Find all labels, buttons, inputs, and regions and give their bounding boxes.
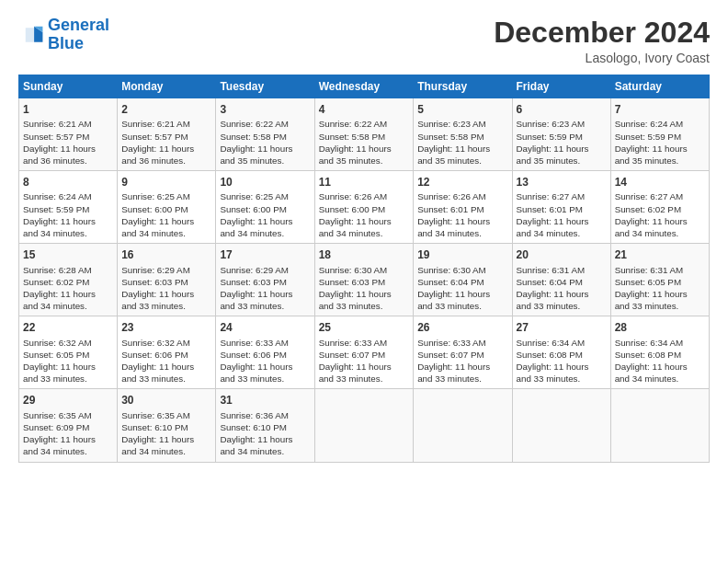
day-info: Sunrise: 6:21 AM Sunset: 5:57 PM Dayligh… [121, 118, 211, 167]
month-title: December 2024 [494, 17, 710, 49]
day-info: Sunrise: 6:23 AM Sunset: 5:58 PM Dayligh… [417, 118, 507, 167]
day-number: 16 [121, 247, 211, 262]
col-monday: Monday [118, 75, 216, 98]
day-number: 13 [517, 175, 607, 190]
day-number: 24 [220, 320, 310, 335]
location-subtitle: Lasologo, Ivory Coast [494, 51, 710, 65]
day-number: 4 [319, 102, 410, 117]
table-row [314, 389, 414, 462]
day-info: Sunrise: 6:26 AM Sunset: 6:01 PM Dayligh… [417, 190, 507, 239]
day-info: Sunrise: 6:29 AM Sunset: 6:03 PM Dayligh… [220, 264, 310, 313]
table-row: 16Sunrise: 6:29 AM Sunset: 6:03 PM Dayli… [118, 244, 216, 316]
col-tuesday: Tuesday [216, 75, 314, 98]
col-sunday: Sunday [19, 75, 118, 98]
day-info: Sunrise: 6:27 AM Sunset: 6:01 PM Dayligh… [517, 190, 607, 239]
header: General Blue December 2024 Lasologo, Ivo… [18, 17, 710, 65]
calendar-week-row: 29Sunrise: 6:35 AM Sunset: 6:09 PM Dayli… [19, 389, 710, 462]
table-row: 29Sunrise: 6:35 AM Sunset: 6:09 PM Dayli… [19, 389, 118, 462]
day-info: Sunrise: 6:31 AM Sunset: 6:05 PM Dayligh… [615, 264, 705, 313]
day-info: Sunrise: 6:22 AM Sunset: 5:58 PM Dayligh… [220, 118, 310, 167]
table-row: 15Sunrise: 6:28 AM Sunset: 6:02 PM Dayli… [19, 244, 118, 316]
col-thursday: Thursday [414, 75, 512, 98]
table-row: 4Sunrise: 6:22 AM Sunset: 5:58 PM Daylig… [314, 98, 414, 171]
table-row: 21Sunrise: 6:31 AM Sunset: 6:05 PM Dayli… [610, 244, 709, 316]
day-number: 30 [121, 393, 211, 408]
day-info: Sunrise: 6:26 AM Sunset: 6:00 PM Dayligh… [319, 190, 410, 239]
day-number: 29 [23, 393, 113, 408]
day-number: 20 [517, 247, 607, 262]
table-row: 7Sunrise: 6:24 AM Sunset: 5:59 PM Daylig… [610, 98, 709, 171]
day-info: Sunrise: 6:33 AM Sunset: 6:07 PM Dayligh… [319, 337, 410, 385]
day-info: Sunrise: 6:33 AM Sunset: 6:06 PM Dayligh… [220, 337, 310, 385]
day-info: Sunrise: 6:32 AM Sunset: 6:06 PM Dayligh… [121, 337, 211, 385]
table-row: 24Sunrise: 6:33 AM Sunset: 6:06 PM Dayli… [216, 316, 314, 389]
col-friday: Friday [512, 75, 610, 98]
day-number: 7 [615, 102, 705, 117]
table-row: 22Sunrise: 6:32 AM Sunset: 6:05 PM Dayli… [19, 316, 118, 389]
calendar-week-row: 15Sunrise: 6:28 AM Sunset: 6:02 PM Dayli… [19, 244, 710, 316]
table-row: 2Sunrise: 6:21 AM Sunset: 5:57 PM Daylig… [118, 98, 216, 171]
table-row: 13Sunrise: 6:27 AM Sunset: 6:01 PM Dayli… [512, 171, 610, 244]
table-row: 19Sunrise: 6:30 AM Sunset: 6:04 PM Dayli… [414, 244, 512, 316]
table-row: 3Sunrise: 6:22 AM Sunset: 5:58 PM Daylig… [216, 98, 314, 171]
day-number: 14 [615, 175, 705, 190]
day-number: 19 [417, 247, 507, 262]
day-number: 25 [319, 320, 410, 335]
day-info: Sunrise: 6:34 AM Sunset: 6:08 PM Dayligh… [517, 337, 607, 385]
col-wednesday: Wednesday [314, 75, 414, 98]
day-info: Sunrise: 6:25 AM Sunset: 6:00 PM Dayligh… [121, 190, 211, 239]
table-row: 30Sunrise: 6:35 AM Sunset: 6:10 PM Dayli… [118, 389, 216, 462]
day-info: Sunrise: 6:28 AM Sunset: 6:02 PM Dayligh… [23, 264, 113, 313]
day-info: Sunrise: 6:23 AM Sunset: 5:59 PM Dayligh… [517, 118, 607, 167]
day-info: Sunrise: 6:34 AM Sunset: 6:08 PM Dayligh… [615, 337, 705, 385]
day-info: Sunrise: 6:29 AM Sunset: 6:03 PM Dayligh… [121, 264, 211, 313]
day-number: 3 [220, 102, 310, 117]
table-row: 18Sunrise: 6:30 AM Sunset: 6:03 PM Dayli… [314, 244, 414, 316]
day-number: 23 [121, 320, 211, 335]
calendar-week-row: 22Sunrise: 6:32 AM Sunset: 6:05 PM Dayli… [19, 316, 710, 389]
day-info: Sunrise: 6:22 AM Sunset: 5:58 PM Dayligh… [319, 118, 410, 167]
table-row: 11Sunrise: 6:26 AM Sunset: 6:00 PM Dayli… [314, 171, 414, 244]
logo: General Blue [18, 17, 109, 53]
calendar-week-row: 1Sunrise: 6:21 AM Sunset: 5:57 PM Daylig… [19, 98, 710, 171]
day-number: 26 [417, 320, 507, 335]
table-row: 5Sunrise: 6:23 AM Sunset: 5:58 PM Daylig… [414, 98, 512, 171]
page: General Blue December 2024 Lasologo, Ivo… [0, 0, 728, 472]
day-info: Sunrise: 6:33 AM Sunset: 6:07 PM Dayligh… [417, 337, 507, 385]
day-info: Sunrise: 6:30 AM Sunset: 6:03 PM Dayligh… [319, 264, 410, 313]
day-number: 8 [23, 175, 113, 190]
table-row [610, 389, 709, 462]
svg-marker-3 [26, 28, 34, 42]
day-number: 15 [23, 247, 113, 262]
col-saturday: Saturday [610, 75, 709, 98]
table-row: 1Sunrise: 6:21 AM Sunset: 5:57 PM Daylig… [19, 98, 118, 171]
day-number: 22 [23, 320, 113, 335]
day-info: Sunrise: 6:36 AM Sunset: 6:10 PM Dayligh… [220, 409, 310, 458]
table-row: 20Sunrise: 6:31 AM Sunset: 6:04 PM Dayli… [512, 244, 610, 316]
day-number: 18 [319, 247, 410, 262]
logo-general: General [48, 16, 109, 34]
logo-text: General Blue [48, 17, 109, 53]
day-number: 12 [417, 175, 507, 190]
day-number: 6 [517, 102, 607, 117]
table-row [512, 389, 610, 462]
day-number: 11 [319, 175, 410, 190]
table-row: 6Sunrise: 6:23 AM Sunset: 5:59 PM Daylig… [512, 98, 610, 171]
day-number: 5 [417, 102, 507, 117]
day-info: Sunrise: 6:25 AM Sunset: 6:00 PM Dayligh… [220, 190, 310, 239]
calendar-table: Sunday Monday Tuesday Wednesday Thursday… [18, 75, 710, 462]
table-row: 27Sunrise: 6:34 AM Sunset: 6:08 PM Dayli… [512, 316, 610, 389]
table-row: 10Sunrise: 6:25 AM Sunset: 6:00 PM Dayli… [216, 171, 314, 244]
day-number: 9 [121, 175, 211, 190]
table-row: 14Sunrise: 6:27 AM Sunset: 6:02 PM Dayli… [610, 171, 709, 244]
table-row: 25Sunrise: 6:33 AM Sunset: 6:07 PM Dayli… [314, 316, 414, 389]
calendar-header-row: Sunday Monday Tuesday Wednesday Thursday… [19, 75, 710, 98]
table-row: 9Sunrise: 6:25 AM Sunset: 6:00 PM Daylig… [118, 171, 216, 244]
table-row: 28Sunrise: 6:34 AM Sunset: 6:08 PM Dayli… [610, 316, 709, 389]
logo-blue: Blue [48, 34, 84, 52]
day-number: 1 [23, 102, 113, 117]
logo-icon [18, 22, 44, 48]
table-row: 8Sunrise: 6:24 AM Sunset: 5:59 PM Daylig… [19, 171, 118, 244]
day-info: Sunrise: 6:35 AM Sunset: 6:09 PM Dayligh… [23, 409, 113, 458]
day-number: 10 [220, 175, 310, 190]
